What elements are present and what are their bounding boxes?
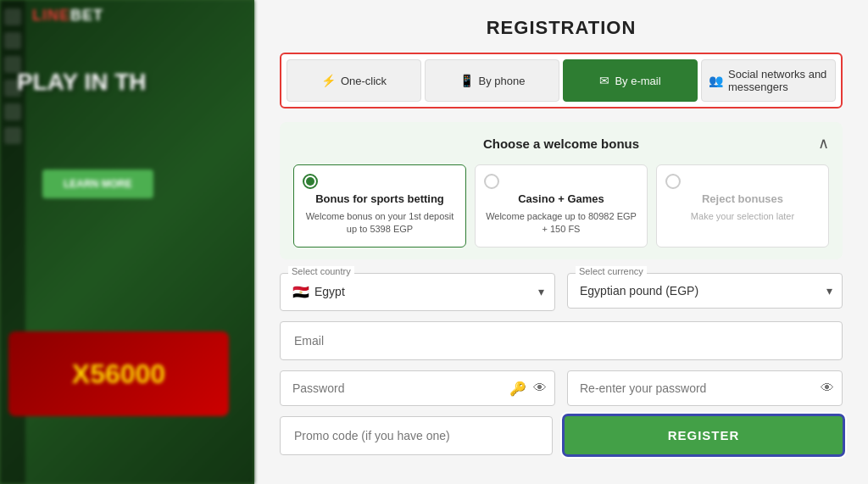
registration-tabs: ⚡ One-click 📱 By phone ✉ By e-mail 👥 Soc…: [280, 53, 843, 108]
bonus-card-casino-title: Casino + Games: [518, 192, 604, 205]
tab-one-click[interactable]: ⚡ One-click: [287, 59, 421, 102]
country-currency-row: Select country 🇪🇬 Egypt ▾ Select currenc…: [280, 273, 843, 311]
country-select[interactable]: 🇪🇬 Egypt ▾: [280, 273, 555, 311]
currency-select-wrapper: Egyptian pound (EGP) ▾: [567, 273, 843, 309]
password-icons: 🔑 👁: [509, 380, 547, 396]
bonus-header: Choose a welcome bonus ∧: [293, 134, 829, 153]
bonus-card-reject-desc: Make your selection later: [691, 210, 794, 223]
country-value: Egypt: [314, 285, 542, 298]
eye-slash-icon-2[interactable]: 👁: [821, 381, 834, 396]
country-group: Select country 🇪🇬 Egypt ▾: [280, 273, 555, 311]
tab-social-label: Social networks and messengers: [728, 68, 828, 93]
currency-group: Select currency Egyptian pound (EGP) ▾: [567, 273, 843, 311]
tab-one-click-label: One-click: [341, 75, 387, 87]
tab-by-email-label: By e-mail: [615, 75, 660, 87]
bottom-row: REGISTER: [280, 416, 843, 455]
promo-banner: X56000: [8, 331, 229, 416]
bonus-title: Choose a welcome bonus: [472, 136, 651, 151]
promo-code-input[interactable]: [280, 416, 553, 455]
bonus-card-sports-desc: Welcome bonus on your 1st deposit up to …: [303, 210, 457, 236]
bonus-section: Choose a welcome bonus ∧ Bonus for sport…: [280, 122, 843, 259]
bonus-card-sports-title: Bonus for sports betting: [315, 192, 444, 205]
bonus-card-reject[interactable]: Reject bonuses Make your selection later: [656, 164, 829, 248]
country-label: Select country: [288, 266, 354, 276]
currency-select[interactable]: Egyptian pound (EGP): [567, 273, 843, 309]
reenter-icons: 👁: [821, 381, 834, 396]
reenter-group: 👁: [567, 370, 843, 406]
key-icon[interactable]: 🔑: [509, 380, 526, 396]
email-icon: ✉: [599, 74, 609, 87]
register-button[interactable]: REGISTER: [565, 416, 843, 454]
bonus-card-casino[interactable]: Casino + Games Welcome package up to 809…: [475, 164, 648, 248]
tab-by-phone[interactable]: 📱 By phone: [425, 59, 559, 102]
tab-by-email[interactable]: ✉ By e-mail: [563, 59, 698, 102]
email-input[interactable]: [280, 321, 843, 360]
left-panel: LINEBET PLAY IN TH LEARN MORE X56000: [0, 0, 254, 484]
bonus-cards: Bonus for sports betting Welcome bonus o…: [293, 164, 829, 248]
logo-area: LINEBET: [32, 7, 103, 25]
lightning-icon: ⚡: [321, 74, 336, 87]
registration-panel: REGISTRATION ⚡ One-click 📱 By phone ✉ By…: [254, 0, 868, 484]
social-icon: 👥: [709, 74, 723, 87]
egypt-flag-icon: 🇪🇬: [292, 284, 309, 300]
bonus-card-sports[interactable]: Bonus for sports betting Welcome bonus o…: [293, 164, 466, 248]
radio-sports: [303, 174, 318, 189]
eye-slash-icon[interactable]: 👁: [533, 381, 547, 396]
bonus-card-reject-title: Reject bonuses: [702, 192, 783, 205]
chevron-up-icon[interactable]: ∧: [818, 134, 829, 153]
radio-casino: [484, 174, 499, 189]
logo: LINEBET: [32, 7, 103, 24]
bonus-card-casino-desc: Welcome package up to 80982 EGP + 150 FS: [484, 210, 638, 236]
radio-inner: [306, 177, 314, 186]
page-title: REGISTRATION: [280, 17, 843, 39]
tab-by-phone-label: By phone: [479, 75, 526, 87]
currency-label: Select currency: [576, 266, 647, 276]
learn-more-button[interactable]: LEARN MORE: [42, 170, 153, 198]
password-row: 🔑 👁 👁: [280, 370, 843, 406]
radio-reject: [665, 174, 681, 189]
password-group: 🔑 👁: [280, 370, 555, 406]
reenter-password-input[interactable]: [567, 370, 843, 406]
phone-icon: 📱: [459, 74, 474, 87]
promo-headline: PLAY IN TH: [17, 68, 146, 97]
tab-social[interactable]: 👥 Social networks and messengers: [701, 59, 836, 102]
